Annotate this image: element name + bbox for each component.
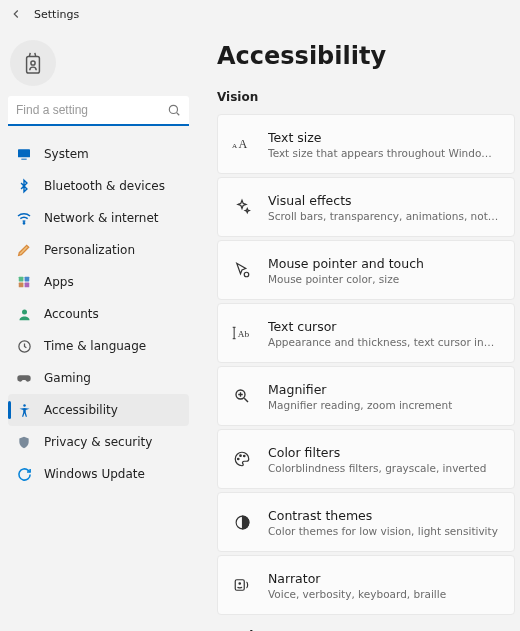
svg-point-1 xyxy=(31,61,35,65)
nav-label: Network & internet xyxy=(44,211,159,225)
card-narrator[interactable]: Narrator Voice, verbosity, keyboard, bra… xyxy=(217,555,515,615)
sparkle-icon xyxy=(232,197,252,217)
svg-rect-23 xyxy=(235,580,244,591)
search-input[interactable] xyxy=(8,96,189,126)
card-contrast-themes[interactable]: Contrast themes Color themes for low vis… xyxy=(217,492,515,552)
text-cursor-icon: Ab xyxy=(232,323,252,343)
apps-icon xyxy=(16,274,32,290)
card-title: Narrator xyxy=(268,571,446,586)
svg-point-24 xyxy=(239,583,241,585)
nav: System Bluetooth & devices Network & int… xyxy=(8,138,189,490)
narrator-icon xyxy=(232,575,252,595)
svg-point-10 xyxy=(22,309,27,314)
svg-text:Ab: Ab xyxy=(238,329,250,339)
nav-label: Bluetooth & devices xyxy=(44,179,165,193)
nav-accessibility[interactable]: Accessibility xyxy=(8,394,189,426)
nav-system[interactable]: System xyxy=(8,138,189,170)
nav-network[interactable]: Network & internet xyxy=(8,202,189,234)
svg-point-15 xyxy=(244,272,249,277)
search xyxy=(8,96,189,126)
svg-text:A: A xyxy=(232,142,238,150)
card-title: Mouse pointer and touch xyxy=(268,256,424,271)
accounts-icon xyxy=(16,306,32,322)
gaming-icon xyxy=(16,370,32,386)
bluetooth-icon xyxy=(16,178,32,194)
nav-label: Accounts xyxy=(44,307,99,321)
nav-label: Time & language xyxy=(44,339,146,353)
card-title: Color filters xyxy=(268,445,486,460)
contrast-icon xyxy=(232,512,252,532)
nav-privacy[interactable]: Privacy & security xyxy=(8,426,189,458)
svg-rect-3 xyxy=(18,149,30,157)
card-sub: Colorblindness filters, grayscale, inver… xyxy=(268,462,486,474)
svg-rect-8 xyxy=(19,283,24,288)
svg-point-20 xyxy=(240,455,242,457)
svg-rect-7 xyxy=(25,277,30,282)
nav-windows-update[interactable]: Windows Update xyxy=(8,458,189,490)
titlebar: Settings xyxy=(0,0,520,28)
svg-rect-4 xyxy=(21,159,26,160)
shield-icon xyxy=(16,434,32,450)
search-icon xyxy=(167,103,181,117)
sidebar: System Bluetooth & devices Network & int… xyxy=(0,28,195,631)
nav-personalization[interactable]: Personalization xyxy=(8,234,189,266)
card-title: Contrast themes xyxy=(268,508,498,523)
app-title: Settings xyxy=(34,8,79,21)
nav-label: System xyxy=(44,147,89,161)
card-sub: Color themes for low vision, light sensi… xyxy=(268,525,498,537)
nav-label: Windows Update xyxy=(44,467,145,481)
nav-apps[interactable]: Apps xyxy=(8,266,189,298)
update-icon xyxy=(16,466,32,482)
card-mouse-pointer[interactable]: Mouse pointer and touch Mouse pointer co… xyxy=(217,240,515,300)
svg-rect-9 xyxy=(25,283,30,288)
text-size-icon: AA xyxy=(232,134,252,154)
svg-point-19 xyxy=(238,458,240,460)
system-icon xyxy=(16,146,32,162)
back-button[interactable] xyxy=(6,4,26,24)
nav-label: Gaming xyxy=(44,371,91,385)
card-magnifier[interactable]: Magnifier Magnifier reading, zoom increm… xyxy=(217,366,515,426)
svg-point-21 xyxy=(244,455,246,457)
card-sub: Text size that appears throughout Window… xyxy=(268,147,500,159)
svg-point-2 xyxy=(169,105,177,113)
card-title: Text size xyxy=(268,130,500,145)
nav-label: Apps xyxy=(44,275,74,289)
cursor-icon xyxy=(232,260,252,280)
page-title: Accessibility xyxy=(217,42,520,70)
nav-bluetooth[interactable]: Bluetooth & devices xyxy=(8,170,189,202)
card-title: Magnifier xyxy=(268,382,452,397)
svg-rect-6 xyxy=(19,277,24,282)
main-content: Accessibility Vision AA Text size Text s… xyxy=(195,28,520,631)
card-sub: Scroll bars, transparency, animations, n… xyxy=(268,210,500,222)
nav-accounts[interactable]: Accounts xyxy=(8,298,189,330)
nav-time-language[interactable]: Time & language xyxy=(8,330,189,362)
magnifier-icon xyxy=(232,386,252,406)
card-visual-effects[interactable]: Visual effects Scroll bars, transparency… xyxy=(217,177,515,237)
section-vision-label: Vision xyxy=(217,90,520,104)
svg-point-12 xyxy=(23,404,26,407)
brush-icon xyxy=(16,242,32,258)
accessibility-icon xyxy=(16,402,32,418)
palette-icon xyxy=(232,449,252,469)
nav-label: Privacy & security xyxy=(44,435,152,449)
avatar[interactable] xyxy=(10,40,56,86)
wifi-icon xyxy=(16,210,32,226)
card-color-filters[interactable]: Color filters Colorblindness filters, gr… xyxy=(217,429,515,489)
card-text-cursor[interactable]: Ab Text cursor Appearance and thickness,… xyxy=(217,303,515,363)
card-text-size[interactable]: AA Text size Text size that appears thro… xyxy=(217,114,515,174)
svg-text:A: A xyxy=(238,137,247,151)
nav-label: Accessibility xyxy=(44,403,118,417)
clock-icon xyxy=(16,338,32,354)
card-sub: Mouse pointer color, size xyxy=(268,273,424,285)
card-sub: Magnifier reading, zoom increment xyxy=(268,399,452,411)
nav-gaming[interactable]: Gaming xyxy=(8,362,189,394)
card-title: Text cursor xyxy=(268,319,500,334)
card-sub: Voice, verbosity, keyboard, braille xyxy=(268,588,446,600)
card-sub: Appearance and thickness, text cursor in… xyxy=(268,336,500,348)
svg-point-5 xyxy=(23,223,24,224)
nav-label: Personalization xyxy=(44,243,135,257)
card-title: Visual effects xyxy=(268,193,500,208)
